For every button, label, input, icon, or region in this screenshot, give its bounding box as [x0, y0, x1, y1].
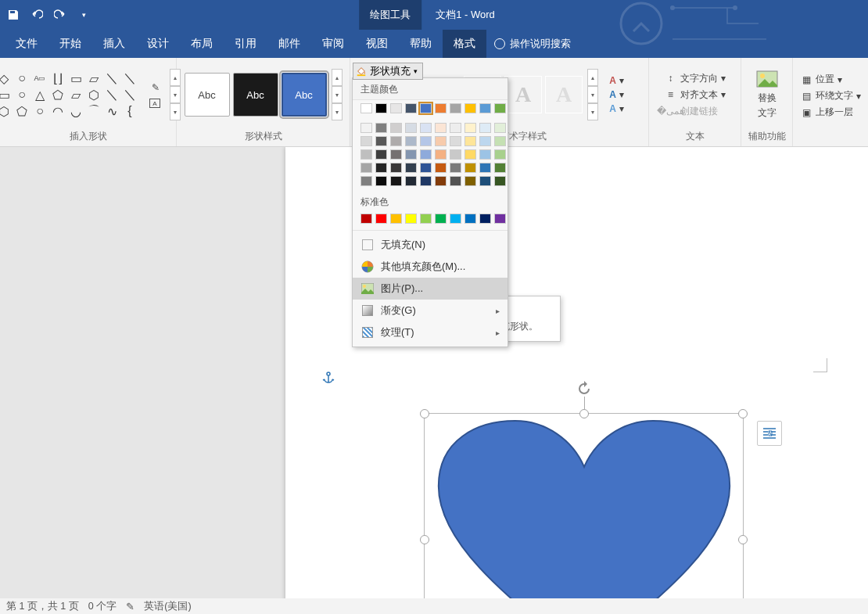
text-direction-button[interactable]: ↕文字方向 ▾	[662, 71, 729, 86]
color-swatch[interactable]	[375, 123, 387, 133]
color-swatch[interactable]	[390, 149, 402, 160]
layout-options-button[interactable]	[757, 421, 782, 446]
color-swatch[interactable]	[375, 214, 387, 224]
color-swatch[interactable]	[479, 123, 491, 133]
color-swatch[interactable]	[405, 149, 417, 160]
color-swatch[interactable]	[435, 163, 447, 173]
tab-file[interactable]: 文件	[5, 30, 48, 58]
color-swatch[interactable]	[405, 136, 417, 146]
status-page[interactable]: 第 1 页，共 1 页	[6, 600, 79, 613]
bring-forward-button[interactable]: ▣上移一层	[797, 105, 864, 120]
color-swatch[interactable]	[405, 214, 417, 224]
wordart-style-2[interactable]: A	[504, 76, 542, 113]
save-button[interactable]	[5, 6, 22, 23]
color-swatch[interactable]	[450, 176, 461, 186]
color-swatch[interactable]	[464, 214, 476, 224]
rotate-handle[interactable]	[576, 381, 592, 397]
color-swatch[interactable]	[390, 163, 402, 173]
qat-customize-icon[interactable]: ▾	[75, 6, 92, 23]
color-swatch[interactable]	[420, 214, 432, 224]
color-swatch[interactable]	[435, 176, 447, 186]
color-swatch[interactable]	[479, 103, 491, 113]
tab-review[interactable]: 审阅	[311, 30, 355, 58]
resize-handle-tm[interactable]	[579, 409, 589, 418]
color-swatch[interactable]	[375, 136, 387, 146]
color-swatch[interactable]	[450, 136, 461, 146]
color-swatch[interactable]	[464, 149, 476, 160]
shape-gallery[interactable]: ◇○A▭⌊⌋▭▱＼＼ ▭○△⬠▱⬡＼＼ ⬡⬠○◠◡⌒∿{	[0, 70, 138, 119]
texture-fill-item[interactable]: 纹理(T)▸	[353, 321, 508, 343]
more-colors-item[interactable]: 其他填充颜色(M)...	[353, 256, 508, 278]
color-swatch[interactable]	[450, 103, 461, 113]
shape-style-2[interactable]: Abc	[233, 73, 278, 117]
color-swatch[interactable]	[464, 123, 476, 133]
tab-help[interactable]: 帮助	[399, 30, 443, 58]
color-swatch[interactable]	[375, 163, 387, 173]
color-swatch[interactable]	[479, 176, 491, 186]
heart-shape[interactable]	[431, 415, 737, 614]
color-swatch[interactable]	[494, 149, 506, 160]
text-outline-button[interactable]: A ▾	[606, 88, 627, 101]
color-swatch[interactable]	[494, 214, 506, 224]
color-swatch[interactable]	[360, 214, 372, 224]
tell-me-search[interactable]: 操作说明搜索	[494, 37, 571, 51]
resize-handle-ml[interactable]	[420, 535, 429, 544]
color-swatch[interactable]	[360, 103, 372, 113]
tab-layout[interactable]: 布局	[180, 30, 224, 58]
create-link-button[interactable]: �همی创建链接	[662, 104, 729, 119]
color-swatch[interactable]	[464, 163, 476, 173]
status-proofing-icon[interactable]: ✎	[126, 601, 135, 612]
no-fill-item[interactable]: 无填充(N)	[353, 234, 508, 256]
color-swatch[interactable]	[360, 136, 372, 146]
color-swatch[interactable]	[494, 123, 506, 133]
color-swatch[interactable]	[420, 149, 432, 160]
color-swatch[interactable]	[494, 163, 506, 173]
color-swatch[interactable]	[405, 176, 417, 186]
color-swatch[interactable]	[435, 136, 447, 146]
color-swatch[interactable]	[479, 214, 491, 224]
color-swatch[interactable]	[390, 103, 402, 113]
tab-mailings[interactable]: 邮件	[267, 30, 311, 58]
color-swatch[interactable]	[479, 136, 491, 146]
color-swatch[interactable]	[420, 123, 432, 133]
color-swatch[interactable]	[375, 103, 387, 113]
color-swatch[interactable]	[390, 214, 402, 224]
wordart-style-3[interactable]: A	[545, 76, 583, 113]
wrap-text-button[interactable]: ▤环绕文字 ▾	[797, 88, 864, 103]
color-swatch[interactable]	[464, 136, 476, 146]
color-swatch[interactable]	[360, 149, 372, 160]
shape-style-scroll[interactable]: ▴▾▾	[332, 69, 343, 120]
color-swatch[interactable]	[479, 149, 491, 160]
color-swatch[interactable]	[464, 176, 476, 186]
color-swatch[interactable]	[375, 176, 387, 186]
shape-style-3[interactable]: Abc	[282, 73, 327, 117]
color-swatch[interactable]	[494, 176, 506, 186]
resize-handle-tr[interactable]	[738, 409, 748, 418]
gradient-fill-item[interactable]: 渐变(G)▸	[353, 300, 508, 321]
color-swatch[interactable]	[450, 123, 461, 133]
alt-text-button[interactable]: 替换文字	[752, 68, 782, 121]
shape-style-1[interactable]: Abc	[185, 73, 230, 117]
tab-home[interactable]: 开始	[48, 30, 92, 58]
color-swatch[interactable]	[494, 136, 506, 146]
picture-fill-item[interactable]: 图片(P)...	[353, 278, 508, 300]
color-swatch[interactable]	[405, 123, 417, 133]
color-swatch[interactable]	[360, 163, 372, 173]
resize-handle-tl[interactable]	[420, 409, 429, 418]
shape-selection[interactable]	[424, 413, 744, 614]
tab-view[interactable]: 视图	[355, 30, 399, 58]
color-swatch[interactable]	[450, 149, 461, 160]
status-language[interactable]: 英语(美国)	[144, 600, 191, 613]
tab-insert[interactable]: 插入	[92, 30, 136, 58]
text-effects-button[interactable]: A ▾	[606, 102, 627, 115]
color-swatch[interactable]	[479, 163, 491, 173]
redo-button[interactable]	[52, 6, 69, 23]
color-swatch[interactable]	[435, 123, 447, 133]
color-swatch[interactable]	[464, 103, 476, 113]
shape-fill-button[interactable]: 形状填充▾	[353, 63, 423, 80]
tab-references[interactable]: 引用	[224, 30, 267, 58]
color-swatch[interactable]	[375, 149, 387, 160]
color-swatch[interactable]	[450, 163, 461, 173]
position-button[interactable]: ▦位置 ▾	[797, 72, 864, 87]
color-swatch[interactable]	[420, 136, 432, 146]
